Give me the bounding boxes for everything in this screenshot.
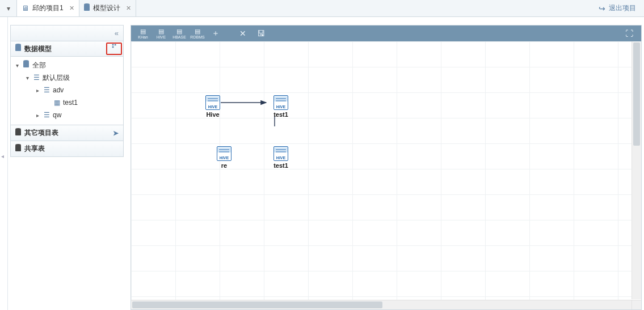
node-label: test1 (267, 162, 294, 169)
chevron-right-icon[interactable]: ▸ (35, 87, 40, 94)
close-icon: ✕ (239, 29, 246, 38)
canvas-panel: ▤KHan ▤HIVE ▤HBASE ▤RDBMS ＋ ✕ 🖫 ⛶ (131, 25, 642, 310)
close-icon[interactable]: ✕ (126, 5, 131, 12)
monitor-icon: 🖥 (22, 4, 29, 12)
tab-project[interactable]: 🖥 邱的项目1 ✕ (17, 0, 79, 16)
chevron-down-icon[interactable]: ▾ (24, 75, 30, 81)
hive-table-icon: HIVE (205, 95, 220, 110)
panel-title-label: 其它项目表 (24, 128, 58, 138)
plus-icon: ＋ (212, 28, 220, 39)
tree-node-qw[interactable]: ▸ ☰ qw (11, 109, 123, 121)
panel-shared-tables[interactable]: 共享表 (10, 141, 124, 157)
tree-label: adv (53, 86, 64, 94)
layers-icon: ☰ (43, 86, 50, 94)
tab-model-design[interactable]: 模型设计 ✕ (79, 0, 136, 16)
panel-title-label: 共享表 (24, 144, 45, 154)
model-tree: ▾ 全部 ▾ ☰ 默认层级 ▸ ☰ adv ▦ test1 ▸ ☰ (10, 57, 124, 125)
node-label: re (211, 162, 238, 169)
canvas-grid (131, 41, 641, 309)
panel-data-model[interactable]: 数据模型 (10, 41, 124, 57)
database-icon (15, 145, 21, 153)
panel-other-project-tables[interactable]: 其它项目表 ➤ (10, 125, 124, 141)
canvas-toolbar: ▤KHan ▤HIVE ▤HBASE ▤RDBMS ＋ ✕ 🖫 ⛶ (131, 26, 641, 41)
tree-node-test1[interactable]: ▦ test1 (11, 96, 123, 109)
canvas-node-test1-b[interactable]: HIVE test1 (267, 146, 294, 169)
loading-spinner-icon[interactable] (111, 44, 119, 54)
canvas-node-re[interactable]: HIVE re (211, 146, 238, 169)
save-button[interactable]: 🖫 (252, 27, 270, 40)
exit-project-button[interactable]: ↪ 退出项目 (591, 0, 644, 16)
fullscreen-button[interactable]: ⛶ (621, 27, 638, 40)
tree-label: 默认层级 (43, 73, 70, 83)
canvas-node-hive[interactable]: HIVE Hive (199, 95, 226, 118)
database-icon (15, 45, 21, 53)
save-icon: 🖫 (257, 29, 265, 38)
sidebar-header: « (10, 25, 124, 41)
horizontal-scrollbar[interactable] (131, 300, 632, 309)
add-button[interactable]: ＋ (207, 27, 224, 40)
tab-label: 模型设计 (93, 3, 120, 13)
left-rail-collapse[interactable] (0, 17, 8, 310)
tool-hive-button[interactable]: ▤HIVE (153, 27, 170, 40)
tree-label: qw (53, 111, 61, 119)
top-tab-bar: ▾ 🖥 邱的项目1 ✕ 模型设计 ✕ ↪ 退出项目 (0, 0, 644, 17)
tree-node-default-level[interactable]: ▾ ☰ 默认层级 (11, 71, 123, 84)
tool-hbase-button[interactable]: ▤HBASE (171, 27, 188, 40)
database-icon (84, 4, 90, 12)
exit-label: 退出项目 (609, 3, 636, 13)
tool-rdbms-button[interactable]: ▤RDBMS (189, 27, 206, 40)
tree-node-all[interactable]: ▾ 全部 (11, 59, 123, 71)
database-icon (15, 129, 21, 137)
collapse-icon[interactable]: « (115, 29, 119, 37)
sign-out-icon: ↪ (599, 4, 605, 13)
tree-label: 全部 (32, 61, 46, 70)
database-icon (22, 61, 30, 69)
layers-icon: ☰ (32, 74, 40, 82)
vertical-scrollbar[interactable] (632, 41, 641, 299)
sidebar: « 数据模型 ▾ 全部 ▾ ☰ 默认层级 ▸ ☰ adv (10, 25, 124, 310)
expand-icon: ⛶ (625, 29, 633, 38)
node-label: test1 (267, 111, 294, 118)
tab-label: 邱的项目1 (32, 3, 64, 13)
table-icon: ▦ (53, 99, 61, 107)
panel-title-label: 数据模型 (24, 44, 52, 54)
chevron-right-icon[interactable]: ▸ (35, 112, 40, 118)
close-icon[interactable]: ✕ (69, 5, 74, 12)
layers-icon: ☰ (43, 111, 50, 119)
node-label: Hive (199, 111, 226, 118)
tree-label: test1 (63, 99, 78, 107)
tool-khan-button[interactable]: ▤KHan (134, 27, 151, 40)
tab-dropdown-button[interactable]: ▾ (0, 0, 17, 16)
canvas-node-test1-a[interactable]: HIVE test1 (267, 95, 294, 118)
tree-node-adv[interactable]: ▸ ☰ adv (11, 84, 123, 96)
design-canvas[interactable]: HIVE Hive HIVE test1 HIVE test1 HIVE re (131, 41, 641, 309)
scroll-corner (632, 300, 641, 309)
delete-button[interactable]: ✕ (234, 27, 251, 40)
hive-table-icon: HIVE (217, 146, 231, 161)
hive-table-icon: HIVE (273, 95, 288, 110)
chevron-down-icon[interactable]: ▾ (14, 62, 20, 69)
hive-table-icon: HIVE (273, 146, 288, 161)
send-icon[interactable]: ➤ (113, 129, 119, 137)
